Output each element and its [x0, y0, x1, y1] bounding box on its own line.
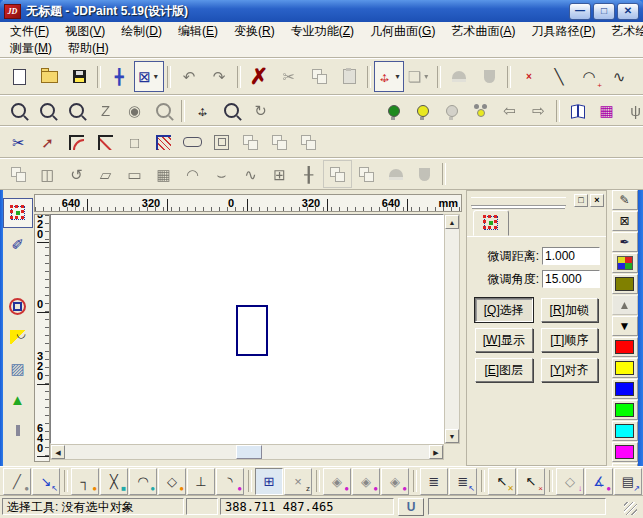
menu-item-e[interactable]: 编辑(E)	[170, 22, 226, 41]
scroll-down-arrow-icon[interactable]: ▼	[445, 429, 459, 443]
spline-tool[interactable]	[3, 322, 33, 352]
panel-select-button[interactable]: [Q]选择	[475, 298, 533, 322]
snap-endpoint[interactable]: ╱●	[3, 468, 31, 495]
zoom-in[interactable]: +	[62, 97, 91, 125]
layer-manager[interactable]	[563, 97, 592, 125]
snap-axis[interactable]: ×z	[284, 468, 312, 495]
panel-tab-select[interactable]	[473, 210, 509, 236]
snap-nearest[interactable]: ↘↖	[32, 468, 60, 495]
curve-tool[interactable]: ∿	[604, 61, 634, 92]
scroll-up-arrow-icon[interactable]: ▲	[445, 215, 459, 229]
panel-maximize-button[interactable]: □	[574, 194, 588, 207]
snap-tangent[interactable]: ◝●	[216, 468, 244, 495]
panel-lock-button[interactable]: [R]加锁	[541, 298, 599, 322]
palette-editor[interactable]	[612, 253, 638, 273]
resize-grip[interactable]	[624, 502, 637, 515]
menu-item-g[interactable]: 几何曲面(G)	[362, 22, 443, 41]
menu-item-d[interactable]: 绘制(D)	[113, 22, 170, 41]
nudge-angle-input[interactable]	[542, 270, 600, 288]
save-file[interactable]	[64, 61, 94, 92]
menu-item-p[interactable]: 刀具路径(P)	[523, 22, 603, 41]
minimize-button[interactable]: —	[569, 3, 591, 20]
menu-item-a[interactable]: 艺术曲面(A)	[443, 22, 523, 41]
close-button[interactable]: ✕	[617, 3, 639, 20]
eyedropper-tool[interactable]: ✒	[612, 232, 638, 252]
shape-tool[interactable]	[3, 291, 33, 321]
swatch-cyan[interactable]	[612, 421, 638, 441]
menu-item-m[interactable]: 测量(M)	[2, 39, 60, 58]
scroll-right-arrow-icon[interactable]: ▶	[429, 445, 443, 459]
fillet-tool[interactable]	[62, 128, 91, 156]
vertical-scrollbar[interactable]: ▲ ▼	[444, 214, 460, 444]
swatch-blue[interactable]	[612, 379, 638, 399]
drawn-rectangle[interactable]	[236, 305, 268, 356]
pick-rotate[interactable]: ◇↓	[556, 468, 584, 495]
color-scroll-down[interactable]: ▼	[612, 316, 638, 336]
nudge-distance-input[interactable]	[542, 247, 600, 265]
node-edit-tool[interactable]: ✐	[3, 229, 33, 259]
maximize-button[interactable]: □	[593, 3, 615, 20]
panel-close-button[interactable]: ×	[590, 194, 604, 207]
emboss-tool[interactable]: ▲	[3, 384, 33, 414]
chamfer-tool[interactable]	[91, 128, 120, 156]
new-file[interactable]	[4, 61, 34, 92]
pick-measure[interactable]: ∡●	[585, 468, 613, 495]
oblong-tool[interactable]	[178, 128, 207, 156]
menu-item-y[interactable]: 艺术绘制(Y)	[603, 22, 643, 41]
menu-item-r[interactable]: 变换(R)	[226, 22, 283, 41]
select-tool[interactable]	[3, 198, 33, 228]
nofill-toggle[interactable]: ⊠▾	[134, 61, 164, 92]
panel-align-button[interactable]: [Y]对齐	[541, 358, 599, 382]
swatch-red[interactable]	[612, 337, 638, 357]
horizontal-scrollbar[interactable]: ◀ ▶	[50, 444, 444, 460]
transform-tool-dropdown-icon[interactable]: ▾	[394, 72, 402, 81]
units-button[interactable]: U	[398, 498, 424, 516]
zoom-1to1[interactable]: 1	[217, 97, 246, 125]
pick-add[interactable]: ↖✕	[488, 468, 516, 495]
open-file[interactable]	[34, 61, 64, 92]
nc-path-tool[interactable]	[3, 415, 33, 445]
light-render[interactable]	[379, 97, 408, 125]
current-color[interactable]	[612, 274, 638, 294]
swatch-yellow[interactable]	[612, 358, 638, 378]
menu-item-z[interactable]: 专业功能(Z)	[283, 22, 362, 41]
light-preview[interactable]	[408, 97, 437, 125]
snap-intersection[interactable]: ╳■	[100, 468, 128, 495]
point-tool[interactable]: ×	[514, 61, 544, 92]
panel-layer-button[interactable]: [E]图层	[475, 358, 533, 382]
zoom-out[interactable]: −	[33, 97, 62, 125]
nofill-toggle-dropdown-icon[interactable]: ▾	[152, 72, 160, 81]
snap-corner[interactable]: ┐●	[71, 468, 99, 495]
trim-tool[interactable]: ✂	[4, 128, 33, 156]
grid-plane-xy[interactable]: ◈●	[323, 468, 351, 495]
pencil-tool[interactable]: ✎	[612, 190, 638, 210]
horizontal-scroll-thumb[interactable]	[236, 445, 262, 459]
menu-item-h[interactable]: 帮助(H)	[60, 39, 117, 58]
panel-grip[interactable]	[471, 197, 566, 206]
grid-plane-zx[interactable]: ◈●	[381, 468, 409, 495]
work-plane[interactable]: ≣	[420, 468, 448, 495]
grid-plane-yz[interactable]: ◈●	[352, 468, 380, 495]
snap-grid[interactable]: ⊞	[255, 468, 283, 495]
extend-tool[interactable]: ➚	[33, 128, 62, 156]
swatch-magenta[interactable]	[612, 442, 638, 462]
pick-list[interactable]: ▤↗	[614, 468, 642, 495]
line-tool[interactable]: ╲	[544, 61, 574, 92]
arc-tool[interactable]: ◠+	[574, 61, 604, 92]
transform-tool[interactable]: ▾	[374, 61, 404, 92]
snap-quadrant[interactable]: ◇●	[158, 468, 186, 495]
work-plane-pick[interactable]: ≣↖	[449, 468, 477, 495]
pan-view[interactable]	[188, 97, 217, 125]
scroll-left-arrow-icon[interactable]: ◀	[51, 445, 65, 459]
hatch-tool[interactable]	[149, 128, 178, 156]
snap-arc-center[interactable]: ◠●	[129, 468, 157, 495]
zoom-window[interactable]	[4, 97, 33, 125]
no-color[interactable]: ⊠	[612, 211, 638, 231]
snap-perpendicular[interactable]: ⊥	[187, 468, 215, 495]
color-dots[interactable]	[466, 97, 495, 125]
nudge-crosshair[interactable]: ╋	[104, 61, 134, 92]
panel-order-button[interactable]: [T]顺序	[541, 328, 599, 352]
text-tool[interactable]: abc	[3, 260, 33, 290]
swatch-green[interactable]	[612, 400, 638, 420]
delete-object[interactable]: ✗	[244, 61, 274, 92]
